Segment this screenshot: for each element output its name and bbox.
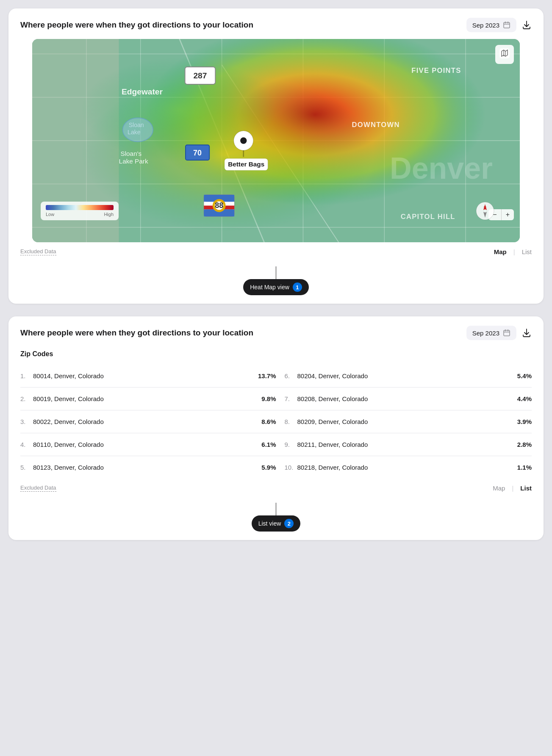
svg-point-52 [240,137,247,144]
svg-text:Lake Park: Lake Park [119,158,148,165]
list-card: Where people were when they got directio… [8,316,544,540]
map-wrapper: 85 287 70 [8,39,544,242]
map-view-list-button[interactable]: List [522,248,532,255]
svg-text:N: N [484,205,486,209]
list-item: 2. 80019, Denver, Colorado 9.8% [20,388,276,410]
compass: N [476,202,494,220]
zoom-in-button[interactable]: + [502,209,514,220]
list-item: 7. 80208, Denver, Colorado 4.4% [276,388,532,410]
tooltip-line [276,266,276,279]
map-tooltip-num: 1 [293,282,302,292]
list-view-toggle: Map | List [493,485,532,492]
map-tooltip-label: Heat Map view [250,284,289,291]
map-legend: Low High [41,202,119,220]
list-header-right: Sep 2023 [466,326,532,340]
legend-low: Low [46,212,54,217]
svg-text:70: 70 [193,149,202,157]
map-card-title: Where people were when they got directio… [20,20,253,30]
list-item: 9. 80211, Denver, Colorado 2.8% [276,433,532,456]
list-item: 6. 80204, Denver, Colorado 5.4% [276,365,532,388]
svg-rect-0 [504,22,510,28]
legend-bar [46,205,114,210]
map-view-toggle: Map | List [494,248,532,255]
list-export-button[interactable] [521,328,532,338]
list-tooltip-num: 2 [284,519,294,528]
list-item: 4. 80110, Denver, Colorado 6.1% [20,433,276,456]
svg-point-50 [123,118,153,141]
svg-text:CAPITOL HILL: CAPITOL HILL [401,213,455,221]
svg-text:Denver: Denver [390,151,493,185]
map-date-label: Sep 2023 [472,22,499,29]
list-card-header: Where people were when they got directio… [8,316,544,347]
map-export-button[interactable] [521,20,532,30]
list-tooltip-label: List view [258,520,281,527]
list-card-footer: Excluded Data Map | List [8,479,544,498]
list-item: 8. 80209, Denver, Colorado 3.9% [276,410,532,433]
map-card-header: Where people were when they got directio… [8,8,544,39]
legend-high: High [104,212,114,217]
list-calendar-icon [503,329,510,337]
map-tooltip-bubble: Heat Map view 1 [243,279,309,295]
svg-rect-56 [499,48,510,58]
list-excluded-data[interactable]: Excluded Data [20,485,56,492]
legend-labels: Low High [46,212,114,217]
calendar-icon [503,21,510,29]
map-background: 85 287 70 [32,39,520,242]
list-tooltip-line [276,503,276,515]
map-type-button[interactable] [495,45,514,64]
svg-text:FIVE POINTS: FIVE POINTS [411,66,461,75]
list-card-title: Where people were when they got directio… [20,328,253,338]
map-header-right: Sep 2023 [466,18,532,32]
svg-rect-63 [504,330,510,336]
map-date-button[interactable]: Sep 2023 [466,18,516,32]
map-container[interactable]: 85 287 70 [32,39,520,242]
map-excluded-data[interactable]: Excluded Data [20,248,56,255]
svg-text:287: 287 [193,71,207,80]
list-view-list-button[interactable]: List [520,485,532,492]
list-view-map-button[interactable]: Map [493,485,505,492]
map-card-footer: Excluded Data Map | List [8,242,544,262]
map-tooltip-container: Heat Map view 1 [8,266,544,295]
svg-text:DOWNTOWN: DOWNTOWN [352,121,400,129]
list-item: 10. 80218, Denver, Colorado 1.1% [276,456,532,479]
svg-text:Sloan's: Sloan's [120,150,141,157]
list-item: 5. 80123, Denver, Colorado 5.9% [20,456,276,479]
list-item: 3. 80022, Denver, Colorado 8.6% [20,410,276,433]
list-item: 1. 80014, Denver, Colorado 13.7% [20,365,276,388]
svg-text:Edgewater: Edgewater [122,87,163,96]
list-tooltip-bubble: List view 2 [252,515,301,532]
list-date-button[interactable]: Sep 2023 [466,326,516,340]
list-section: Zip Codes 1. 80014, Denver, Colorado 13.… [8,347,544,479]
zip-list: 1. 80014, Denver, Colorado 13.7% 6. 8020… [20,365,532,479]
map-card: Where people were when they got directio… [8,8,544,304]
zip-codes-title: Zip Codes [20,347,532,365]
map-view-map-button[interactable]: Map [494,248,507,255]
svg-text:Better Bags: Better Bags [228,161,264,168]
svg-text:88: 88 [215,201,223,210]
list-tooltip-container: List view 2 [8,503,544,532]
list-date-label: Sep 2023 [472,330,499,337]
